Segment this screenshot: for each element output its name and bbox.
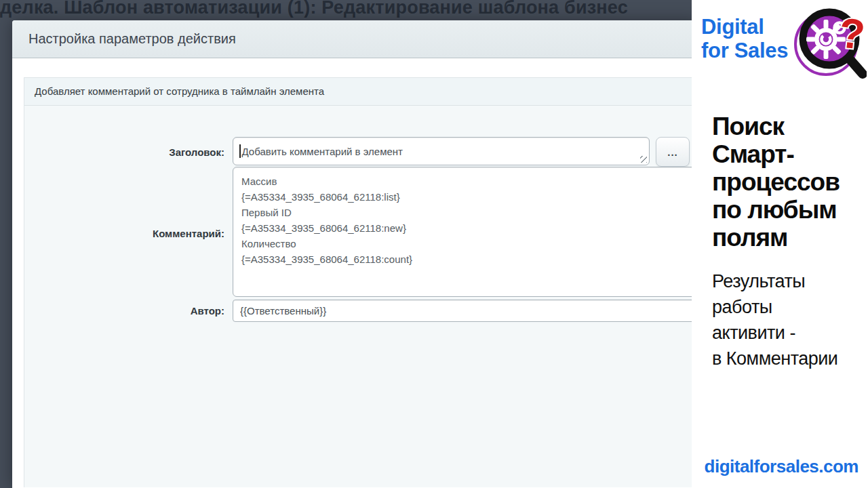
sidebar-heading: Поиск Смарт- процессов по любым полям: [712, 113, 865, 251]
sidebar-subtext: Результаты работы активити - в Комментар…: [712, 268, 865, 371]
title-field-controls: Добавить комментарий в элемент ...: [233, 137, 698, 167]
title-input[interactable]: Добавить комментарий в элемент: [233, 137, 650, 165]
branding-sidebar: Digital for Sales: [692, 0, 868, 488]
comment-field-row: Комментарий: Массив {=A35334_3935_68064_…: [24, 167, 698, 300]
author-field-row: Автор:: [24, 300, 698, 322]
comment-input[interactable]: Массив {=A35334_3935_68064_62118:list} П…: [233, 167, 707, 297]
insert-value-button[interactable]: ...: [656, 137, 690, 167]
comment-field-controls: Массив {=A35334_3935_68064_62118:list} П…: [233, 167, 707, 300]
magnifier-gear-question-logo: ?: [792, 3, 867, 79]
background-page-title: делка. Шаблон автоматизации (1): Редакти…: [0, 0, 628, 18]
author-field-label: Автор:: [24, 305, 224, 317]
action-description: Добавляет комментарий от сотрудника в та…: [24, 78, 698, 106]
brand-line-2: for Sales: [701, 39, 788, 62]
author-field-controls: [233, 300, 707, 322]
title-field-row: Заголовок: Добавить комментарий в элемен…: [24, 137, 698, 167]
author-input[interactable]: [233, 300, 707, 322]
title-field-label: Заголовок:: [24, 146, 224, 158]
action-settings-panel: Добавляет комментарий от сотрудника в та…: [24, 77, 699, 487]
resize-handle-icon[interactable]: [640, 156, 647, 163]
dialog-header: Настройка параметров действия: [12, 20, 698, 58]
dialog-title: Настройка параметров действия: [28, 31, 236, 47]
action-settings-dialog: Настройка параметров действия Добавляет …: [12, 20, 698, 488]
screenshot-stage: делка. Шаблон автоматизации (1): Редакти…: [0, 0, 868, 488]
dialog-body: Добавляет комментарий от сотрудника в та…: [12, 58, 698, 487]
title-input-value: Добавить комментарий в элемент: [242, 146, 403, 157]
action-settings-form: Заголовок: Добавить комментарий в элемен…: [24, 106, 698, 322]
website-link[interactable]: digitalforsales.com: [705, 456, 859, 477]
brand-wordmark: Digital for Sales: [701, 15, 788, 62]
comment-field-label: Комментарий:: [24, 228, 224, 239]
svg-text:?: ?: [837, 9, 867, 58]
text-cursor: [239, 144, 241, 158]
brand-line-1: Digital: [701, 15, 788, 39]
